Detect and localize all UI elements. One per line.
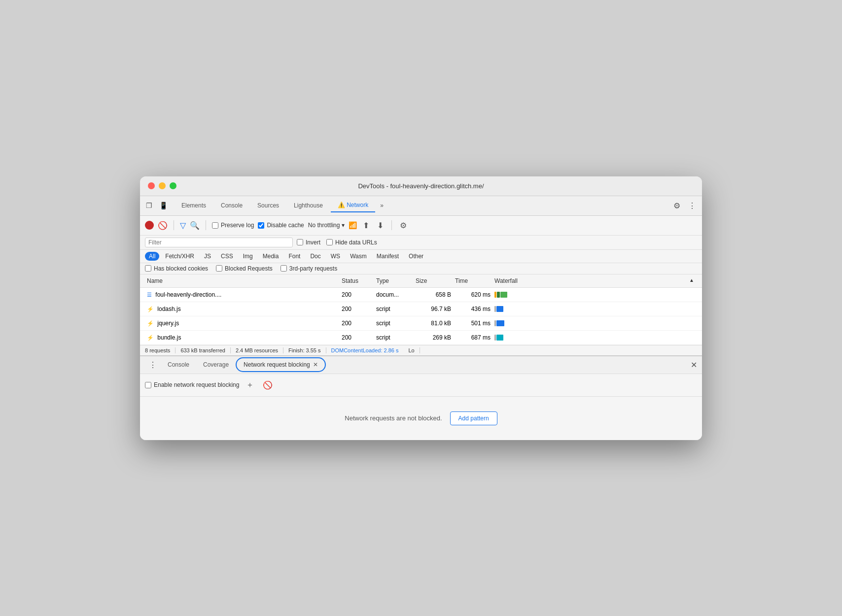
type-js[interactable]: JS <box>200 252 215 261</box>
invert-checkbox[interactable] <box>297 239 303 245</box>
finish-time: Finish: 3.55 s <box>283 347 326 353</box>
clear-patterns-icon[interactable]: 🚫 <box>261 378 275 392</box>
row-name: ⚡ lodash.js <box>145 305 340 313</box>
filter-bar: Invert Hide data URLs <box>140 236 702 250</box>
tab-network[interactable]: ⚠️ Network <box>331 199 375 212</box>
row-type: docum... <box>374 290 414 299</box>
type-fetch-xhr[interactable]: Fetch/XHR <box>161 252 198 261</box>
bottom-more-icon[interactable]: ⋮ <box>145 358 161 372</box>
network-warning-icon: ⚠️ <box>338 202 345 208</box>
tab-bar-right: ⚙ ⋮ <box>671 199 698 212</box>
type-all[interactable]: All <box>145 252 159 261</box>
hide-data-urls-checkbox[interactable] <box>326 239 333 245</box>
tab-elements[interactable]: Elements <box>175 199 213 212</box>
enable-blocking-label[interactable]: Enable network request blocking <box>145 381 239 388</box>
preserve-log-label[interactable]: Preserve log <box>212 222 254 229</box>
preserve-log-checkbox[interactable] <box>212 222 218 229</box>
search-button[interactable]: 🔍 <box>190 221 200 230</box>
tabs-more-button[interactable]: » <box>376 200 387 211</box>
blocked-requests-checkbox[interactable] <box>216 265 222 272</box>
download-icon[interactable]: ⬇ <box>375 219 386 232</box>
add-pattern-icon[interactable]: ＋ <box>244 378 256 392</box>
invert-label[interactable]: Invert <box>297 239 320 246</box>
tab-console[interactable]: Console <box>214 199 249 212</box>
load-time: Lo <box>403 347 420 353</box>
third-party-checkbox[interactable] <box>281 265 287 272</box>
checkbox-row: Has blocked cookies Blocked Requests 3rd… <box>140 263 702 274</box>
tab-icons: ❐ 📱 <box>144 200 170 211</box>
row-status: 200 <box>340 333 374 342</box>
type-wasm[interactable]: Wasm <box>346 252 371 261</box>
disable-cache-checkbox[interactable] <box>258 222 264 229</box>
toolbar-divider-3 <box>391 220 392 230</box>
tab-list: Elements Console Sources Lighthouse ⚠️ N… <box>175 199 671 212</box>
close-panel-icon[interactable]: ✕ <box>691 360 697 370</box>
upload-icon[interactable]: ⬆ <box>361 219 371 232</box>
disable-cache-label[interactable]: Disable cache <box>258 222 304 229</box>
more-options-icon[interactable]: ⋮ <box>686 199 698 212</box>
chevron-down-icon: ▾ <box>342 222 345 229</box>
table-row[interactable]: ☰ foul-heavenly-direction.... 200 docum.… <box>140 288 702 302</box>
table-header: Name Status Type Size Time Waterfall ▲ <box>140 274 702 288</box>
row-status: 200 <box>340 305 374 313</box>
col-status[interactable]: Status <box>340 276 374 285</box>
cursor-icon[interactable]: ❐ <box>144 200 154 211</box>
has-blocked-cookies-checkbox[interactable] <box>145 265 151 272</box>
hide-data-urls-label[interactable]: Hide data URLs <box>326 239 377 246</box>
devtools-window: DevTools - foul-heavenly-direction.glitc… <box>140 176 702 440</box>
type-font[interactable]: Font <box>284 252 304 261</box>
row-name: ☰ foul-heavenly-direction.... <box>145 290 340 299</box>
title-bar: DevTools - foul-heavenly-direction.glitc… <box>140 176 702 196</box>
row-time: 501 ms <box>453 319 492 328</box>
filter-input[interactable] <box>145 238 293 247</box>
device-icon[interactable]: 📱 <box>157 200 170 211</box>
minimize-button[interactable] <box>159 182 166 189</box>
tab-network-request-blocking[interactable]: Network request blocking ✕ <box>236 357 326 372</box>
third-party-label[interactable]: 3rd-party requests <box>281 265 337 272</box>
type-manifest[interactable]: Manifest <box>373 252 403 261</box>
row-type: script <box>374 333 414 342</box>
has-blocked-cookies-label[interactable]: Has blocked cookies <box>145 265 208 272</box>
close-button[interactable] <box>148 182 155 189</box>
settings-icon[interactable]: ⚙ <box>671 199 682 212</box>
row-type: script <box>374 305 414 313</box>
row-type: script <box>374 319 414 328</box>
transferred-size: 633 kB transferred <box>175 347 231 353</box>
col-waterfall[interactable]: Waterfall <box>492 276 687 285</box>
row-extra <box>687 337 697 339</box>
table-row[interactable]: ⚡ bundle.js 200 script 269 kB 687 ms <box>140 331 702 345</box>
throttle-select[interactable]: No throttling ▾ <box>308 222 345 229</box>
wifi-icon: 📶 <box>349 221 357 229</box>
record-button[interactable] <box>145 221 154 230</box>
maximize-button[interactable] <box>170 182 176 189</box>
tab-console-bottom[interactable]: Console <box>161 358 196 371</box>
row-extra <box>687 294 697 296</box>
add-pattern-button[interactable]: Add pattern <box>450 411 497 425</box>
filter-button[interactable]: ▽ <box>180 221 186 230</box>
blocked-requests-label[interactable]: Blocked Requests <box>216 265 273 272</box>
tab-coverage[interactable]: Coverage <box>196 358 236 371</box>
type-doc[interactable]: Doc <box>306 252 324 261</box>
window-title: DevTools - foul-heavenly-direction.glitc… <box>358 182 484 190</box>
clear-button[interactable]: 🚫 <box>158 221 168 230</box>
tab-lighthouse[interactable]: Lighthouse <box>287 199 330 212</box>
network-settings-icon[interactable]: ⚙ <box>398 219 409 232</box>
row-extra <box>687 308 697 310</box>
type-ws[interactable]: WS <box>327 252 344 261</box>
row-time: 687 ms <box>453 333 492 342</box>
sort-arrow[interactable]: ▲ <box>687 276 697 285</box>
type-css[interactable]: CSS <box>217 252 237 261</box>
col-size[interactable]: Size <box>414 276 453 285</box>
table-row[interactable]: ⚡ lodash.js 200 script 96.7 kB 436 ms <box>140 302 702 316</box>
table-row[interactable]: ⚡ jquery.js 200 script 81.0 kB 501 ms <box>140 316 702 331</box>
col-name[interactable]: Name <box>145 276 340 285</box>
tab-close-icon[interactable]: ✕ <box>313 361 318 368</box>
enable-blocking-checkbox[interactable] <box>145 382 151 388</box>
type-img[interactable]: Img <box>239 252 257 261</box>
status-bar: 8 requests 633 kB transferred 2.4 MB res… <box>140 345 702 355</box>
type-other[interactable]: Other <box>405 252 427 261</box>
col-time[interactable]: Time <box>453 276 492 285</box>
col-type[interactable]: Type <box>374 276 414 285</box>
type-media[interactable]: Media <box>259 252 283 261</box>
tab-sources[interactable]: Sources <box>250 199 286 212</box>
